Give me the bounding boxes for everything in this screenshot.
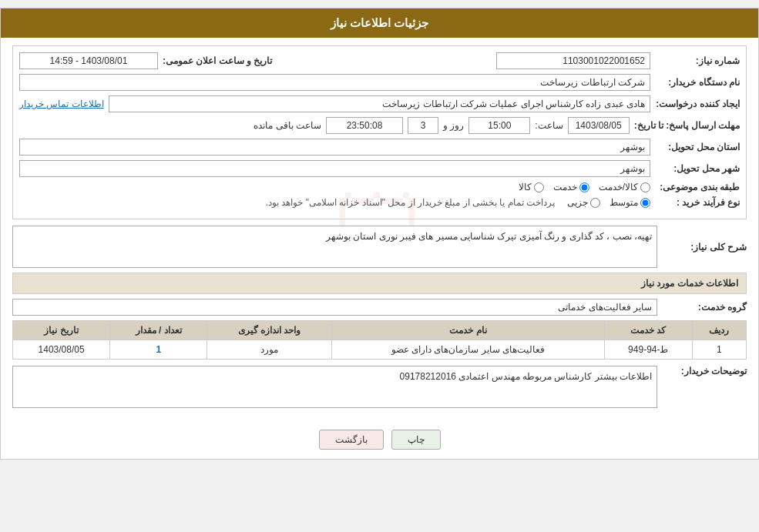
city-label: شهر محل تحویل: bbox=[655, 163, 740, 174]
row-province: استان محل تحویل: بوشهر bbox=[19, 139, 740, 156]
description-value: تهیه، نصب ، کد گذاری و رنگ آمیزی تیرک شن… bbox=[12, 226, 657, 268]
table-row: 1 ط-94-949 فعالیت‌های سایر سازمان‌های دا… bbox=[13, 340, 747, 360]
main-info-section: شماره نیاز: 1103001022001652 تاریخ و ساع… bbox=[12, 45, 747, 219]
buyer-desc-label: توضیحات خریدار: bbox=[662, 366, 747, 376]
radio-khedmat[interactable]: خدمت bbox=[553, 182, 589, 192]
cell-unit: مورد bbox=[207, 340, 332, 360]
bottom-buttons: چاپ بازگشت bbox=[1, 420, 758, 459]
row-buyer: نام دستگاه خریدار: شرکت ارتباطات زیرساخت bbox=[19, 74, 740, 91]
category-radio-group: کالا/خدمت خدمت کالا bbox=[519, 182, 650, 192]
back-button[interactable]: بازگشت bbox=[319, 430, 384, 450]
buyer-value: شرکت ارتباطات زیرساخت bbox=[19, 74, 650, 91]
creator-label: ایجاد کننده درخواست: bbox=[655, 99, 740, 109]
purchase-note: پرداخت تمام یا بخشی از مبلغ خریدار از مح… bbox=[266, 197, 555, 208]
page-header: جزئیات اطلاعات نیاز bbox=[1, 8, 758, 38]
th-name: نام خدمت bbox=[331, 321, 604, 340]
deadline-days: 3 bbox=[408, 117, 438, 134]
service-section-title: اطلاعات خدمات مورد نیاز bbox=[12, 273, 747, 294]
contact-link[interactable]: اطلاعات تماس خریدار bbox=[19, 99, 104, 109]
radio-motavaset[interactable]: متوسط bbox=[610, 197, 650, 208]
province-label: استان محل تحویل: bbox=[655, 142, 740, 152]
cell-name: فعالیت‌های سایر سازمان‌های دارای عضو bbox=[331, 340, 604, 360]
cell-date: 1403/08/05 bbox=[13, 340, 110, 360]
row-creator: ایجاد کننده درخواست: هادی عبدی زاده کارش… bbox=[19, 95, 740, 112]
row-city: شهر محل تحویل: بوشهر bbox=[19, 160, 740, 177]
category-label: طبقه بندی موضوعی: bbox=[655, 182, 740, 192]
deadline-time: 15:00 bbox=[468, 117, 530, 134]
buyer-label: نام دستگاه خریدار: bbox=[655, 77, 740, 88]
radio-jozi[interactable]: جزیی bbox=[567, 197, 600, 208]
page-title: جزئیات اطلاعات نیاز bbox=[331, 16, 428, 29]
th-row: ردیف bbox=[692, 321, 746, 340]
th-unit: واحد اندازه گیری bbox=[207, 321, 332, 340]
radio-kala[interactable]: کالا bbox=[519, 182, 544, 192]
row-deadline: مهلت ارسال پاسخ: تا تاریخ: 1403/08/05 سا… bbox=[19, 117, 740, 134]
description-label: شرح کلی نیاز: bbox=[662, 242, 747, 253]
row-category: طبقه بندی موضوعی: کالا/خدمت خدمت کالا bbox=[19, 182, 740, 192]
neeaz-value: 1103001022001652 bbox=[496, 52, 650, 69]
row-description: شرح کلی نیاز: تهیه، نصب ، کد گذاری و رنگ… bbox=[12, 226, 747, 268]
row-purchase-type: نوع فرآیند خرید : متوسط جزیی پرداخت تمام… bbox=[19, 197, 740, 208]
th-count: تعداد / مقدار bbox=[110, 321, 207, 340]
deadline-date: 1403/08/05 bbox=[568, 117, 630, 134]
deadline-label: مهلت ارسال پاسخ: تا تاریخ: bbox=[634, 120, 740, 131]
announce-value: 1403/08/01 - 14:59 bbox=[19, 52, 158, 69]
city-value: بوشهر bbox=[19, 160, 650, 177]
day-label: روز و bbox=[443, 120, 464, 131]
th-date: تاریخ نیاز bbox=[13, 321, 110, 340]
print-button[interactable]: چاپ bbox=[391, 430, 441, 450]
radio-kala-khedmat[interactable]: کالا/خدمت bbox=[599, 182, 650, 192]
table-header-row: ردیف کد خدمت نام خدمت واحد اندازه گیری ت… bbox=[13, 321, 747, 340]
cell-code: ط-94-949 bbox=[605, 340, 693, 360]
province-value: بوشهر bbox=[19, 139, 650, 156]
buyer-desc-value: اطلاعات بیشتر کارشناس مربوطه مهندس اعتما… bbox=[12, 366, 657, 408]
announce-label: تاریخ و ساعت اعلان عمومی: bbox=[163, 55, 272, 66]
cell-row: 1 bbox=[692, 340, 746, 360]
purchase-type-label: نوع فرآیند خرید : bbox=[655, 197, 740, 208]
purchase-type-radio-group: متوسط جزیی bbox=[567, 197, 650, 208]
service-table: ردیف کد خدمت نام خدمت واحد اندازه گیری ت… bbox=[12, 320, 747, 360]
service-group-label: گروه خدمت: bbox=[662, 302, 747, 313]
cell-count: 1 bbox=[110, 340, 207, 360]
creator-value: هادی عبدی زاده کارشناس اجرای عملیات شرکت… bbox=[109, 95, 650, 112]
row-neeaz: شماره نیاز: 1103001022001652 تاریخ و ساع… bbox=[19, 52, 740, 69]
row-service-group: گروه خدمت: سایر فعالیت‌های خدماتی bbox=[12, 299, 747, 316]
time-label: ساعت: bbox=[535, 120, 563, 131]
service-group-value: سایر فعالیت‌های خدماتی bbox=[12, 299, 657, 316]
neeaz-label: شماره نیاز: bbox=[655, 55, 740, 66]
th-code: کد خدمت bbox=[605, 321, 693, 340]
deadline-remain: 23:50:08 bbox=[326, 117, 403, 134]
remain-label: ساعت باقی مانده bbox=[254, 120, 321, 131]
row-buyer-desc: توضیحات خریدار: اطلاعات بیشتر کارشناس مر… bbox=[12, 366, 747, 408]
